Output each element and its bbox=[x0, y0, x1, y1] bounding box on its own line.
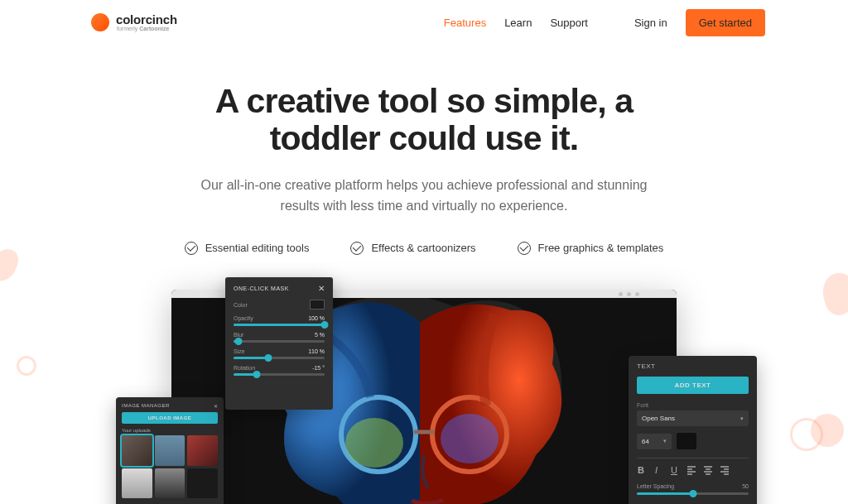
align-left-icon[interactable] bbox=[687, 465, 696, 475]
blur-value: 5 % bbox=[315, 332, 325, 338]
upload-image-button[interactable]: UPLOAD IMAGE bbox=[122, 412, 218, 424]
letter-spacing-slider[interactable] bbox=[637, 492, 749, 495]
uploads-grid bbox=[122, 435, 218, 498]
check-effects: Effects & cartoonizers bbox=[350, 242, 475, 255]
underline-icon[interactable]: U bbox=[670, 465, 680, 475]
text-color-swatch[interactable] bbox=[677, 433, 696, 449]
close-icon[interactable]: ✕ bbox=[214, 403, 219, 409]
mask-panel-title: ONE-CLICK MASK bbox=[234, 286, 289, 291]
check-icon bbox=[185, 242, 198, 255]
text-format-icons: B I U bbox=[637, 458, 749, 475]
uploads-label: Your uploads bbox=[122, 428, 218, 433]
logo-name: colorcinch bbox=[116, 13, 177, 26]
check-icon bbox=[518, 242, 531, 255]
letter-spacing-value: 50 bbox=[742, 483, 749, 489]
hero-subtitle: Our all-in-one creative platform helps y… bbox=[192, 175, 656, 217]
opacity-slider[interactable] bbox=[234, 324, 325, 326]
align-center-icon[interactable] bbox=[703, 465, 713, 475]
text-panel-title: TEXT bbox=[637, 362, 749, 370]
thumbnail[interactable] bbox=[155, 435, 186, 466]
thumbnail[interactable] bbox=[155, 468, 186, 499]
logo[interactable]: colorcinch formerly Cartoonize bbox=[91, 13, 177, 31]
size-value: 110 % bbox=[308, 348, 325, 354]
stepper-icon: ▾ bbox=[663, 438, 667, 445]
check-graphics: Free graphics & templates bbox=[518, 242, 664, 255]
svg-text:U: U bbox=[671, 465, 677, 475]
size-slider[interactable] bbox=[234, 357, 325, 359]
thumbnail[interactable] bbox=[122, 435, 152, 466]
close-icon[interactable]: ✕ bbox=[318, 284, 325, 293]
blur-slider[interactable] bbox=[234, 340, 325, 343]
check-icon bbox=[350, 242, 364, 255]
thumbnail[interactable] bbox=[122, 468, 152, 499]
logo-icon bbox=[91, 13, 109, 31]
opacity-value: 100 % bbox=[308, 315, 325, 321]
svg-point-3 bbox=[345, 418, 403, 468]
rotation-value: -15 ° bbox=[312, 365, 325, 371]
svg-text:B: B bbox=[638, 465, 644, 475]
text-panel: TEXT ADD TEXT Font Open Sans▾ 64▾ B I U … bbox=[629, 356, 757, 504]
mask-panel: ONE-CLICK MASK ✕ Color Opacity100 % Blur… bbox=[225, 277, 333, 410]
hero-title: A creative tool so simple, a toddler cou… bbox=[33, 83, 815, 157]
nav-support[interactable]: Support bbox=[550, 17, 588, 29]
check-editing: Essential editing tools bbox=[185, 242, 310, 255]
main-nav: Features Learn Support Sign in Get start… bbox=[444, 9, 765, 36]
feature-checks: Essential editing tools Effects & cartoo… bbox=[33, 242, 815, 255]
letter-spacing-label: Letter Spacing bbox=[637, 483, 674, 489]
opacity-label: Opacity bbox=[234, 315, 253, 321]
thumbnail[interactable] bbox=[187, 468, 218, 499]
rotation-slider[interactable] bbox=[234, 373, 325, 376]
image-manager-title: IMAGE MANAGER bbox=[122, 403, 170, 409]
add-text-button[interactable]: ADD TEXT bbox=[637, 377, 749, 394]
get-started-button[interactable]: Get started bbox=[686, 9, 765, 36]
svg-point-4 bbox=[441, 414, 499, 463]
chevron-down-icon: ▾ bbox=[740, 415, 744, 422]
rotation-label: Rotation bbox=[234, 365, 255, 371]
nav-learn[interactable]: Learn bbox=[504, 17, 532, 29]
site-header: colorcinch formerly Cartoonize Features … bbox=[0, 0, 848, 45]
nav-features[interactable]: Features bbox=[444, 17, 486, 29]
thumbnail[interactable] bbox=[187, 435, 218, 466]
font-label: Font bbox=[637, 402, 749, 408]
color-swatch[interactable] bbox=[310, 300, 325, 310]
blur-label: Blur bbox=[234, 332, 243, 338]
nav-signin[interactable]: Sign in bbox=[634, 17, 667, 29]
mask-color-label: Color bbox=[234, 302, 248, 308]
size-label: Size bbox=[234, 348, 245, 354]
align-right-icon[interactable] bbox=[720, 465, 730, 475]
svg-text:I: I bbox=[655, 465, 658, 475]
logo-subline: formerly Cartoonize bbox=[116, 26, 177, 31]
hero: A creative tool so simple, a toddler cou… bbox=[0, 83, 848, 255]
font-select[interactable]: Open Sans▾ bbox=[637, 410, 749, 426]
font-size-input[interactable]: 64▾ bbox=[637, 434, 672, 449]
image-manager-panel: IMAGE MANAGER✕ UPLOAD IMAGE Your uploads bbox=[116, 397, 224, 504]
italic-icon[interactable]: I bbox=[653, 465, 663, 475]
bold-icon[interactable]: B bbox=[637, 465, 647, 475]
